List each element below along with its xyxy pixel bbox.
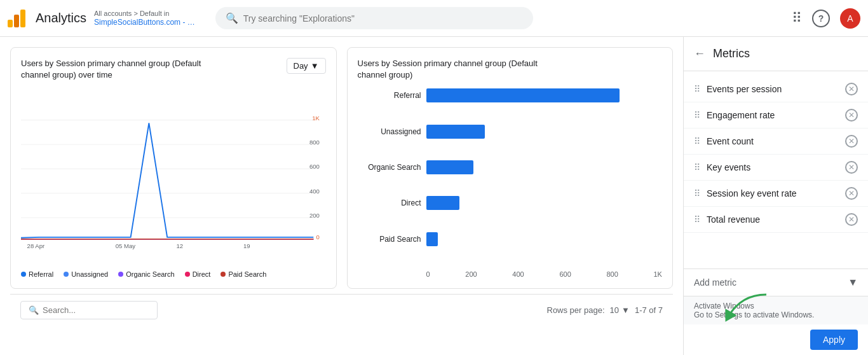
add-metric-label: Add metric	[694, 277, 736, 288]
dropdown-rows-icon: ▼	[621, 305, 630, 315]
legend-dot-direct	[185, 272, 190, 277]
legend-item-referral: Referral	[21, 270, 53, 278]
drag-icon: ⠿	[694, 136, 700, 146]
svg-text:200: 200	[309, 212, 320, 219]
rows-per-page-label: Rows per page:	[547, 305, 605, 315]
metric-item-total-revenue[interactable]: ⠿ Total revenue ✕	[684, 207, 868, 233]
legend-label-direct: Direct	[193, 270, 211, 278]
search-input[interactable]	[243, 13, 523, 24]
green-arrow-svg	[722, 291, 773, 323]
close-button-engagement-rate[interactable]: ✕	[845, 109, 858, 122]
close-button-events-per-session[interactable]: ✕	[845, 83, 858, 95]
close-button-event-count[interactable]: ✕	[845, 135, 858, 148]
right-panel: ← Metrics ⠿ Events per session ✕ ⠿ Engag…	[684, 37, 868, 355]
day-selector-label: Day	[294, 61, 308, 71]
metric-name-key-events: Key events	[707, 162, 750, 172]
metrics-list: ⠿ Events per session ✕ ⠿ Engagement rate…	[684, 71, 868, 268]
legend-item-direct: Direct	[185, 270, 211, 278]
legend-label-unassigned: Unassigned	[71, 270, 108, 278]
add-metric-section: Add metric ▼	[684, 268, 868, 296]
metric-left-key-events: ⠿ Key events	[694, 162, 750, 172]
logo-bar-1	[8, 20, 13, 27]
apply-button[interactable]: Apply	[810, 330, 858, 350]
bar-chart-container: Users by Session primary channel group (…	[347, 47, 674, 289]
svg-text:0: 0	[316, 233, 320, 240]
svg-text:12: 12	[177, 242, 184, 249]
close-button-session-key-event-rate[interactable]: ✕	[845, 187, 858, 200]
metric-item-event-count[interactable]: ⠿ Event count ✕	[684, 129, 868, 155]
bar-chart-area: Referral Unassigned Organic	[358, 88, 663, 278]
bar-label-unassigned: Unassigned	[358, 127, 421, 136]
add-metric-row[interactable]: Add metric ▼	[684, 268, 868, 296]
bar-row-paid-search: Paid Search	[358, 232, 663, 246]
bar-label-referral: Referral	[358, 91, 421, 100]
metric-left-session-key-event-rate: ⠿ Session key event rate	[694, 188, 797, 198]
axis-label-1k: 1K	[654, 270, 662, 278]
dropdown-arrow-icon: ▼	[848, 277, 858, 288]
metrics-title: Metrics	[713, 47, 750, 60]
chevron-down-icon: ▼	[311, 61, 319, 71]
search-icon: 🔍	[226, 12, 238, 24]
metric-item-session-key-event-rate[interactable]: ⠿ Session key event rate ✕	[684, 181, 868, 207]
avatar[interactable]: A	[840, 8, 860, 29]
metric-item-engagement-rate[interactable]: ⠿ Engagement rate ✕	[684, 102, 868, 129]
account-info: All accounts > Default in SimpleSocialBu…	[94, 9, 195, 28]
grid-icon[interactable]: ⠿	[792, 10, 802, 27]
green-arrow-annotation	[722, 291, 773, 325]
legend: Referral Unassigned Organic Search Direc…	[21, 270, 326, 278]
bar-chart-title: Users by Session primary channel group (…	[358, 58, 548, 81]
top-navigation: Analytics All accounts > Default in Simp…	[0, 0, 868, 37]
legend-label-referral: Referral	[29, 270, 53, 278]
bar-axis: 0 200 400 600 800 1K	[358, 270, 663, 278]
rows-select[interactable]: 10 ▼	[610, 305, 630, 315]
bar-track-unassigned	[426, 125, 663, 139]
bar-track-paid-search	[426, 232, 663, 246]
bar-row-referral: Referral	[358, 88, 663, 102]
svg-text:05 May: 05 May	[116, 242, 136, 249]
bar-label-direct: Direct	[358, 198, 421, 207]
bar-fill-paid-search	[426, 232, 438, 246]
close-button-total-revenue[interactable]: ✕	[845, 213, 858, 226]
drag-icon: ⠿	[694, 84, 700, 94]
metric-left-event-count: ⠿ Event count	[694, 136, 754, 146]
svg-text:19: 19	[243, 242, 250, 249]
svg-text:28 Apr: 28 Apr	[27, 242, 46, 249]
bottom-bar: 🔍 Rows per page: 10 ▼ 1-7 of 7	[10, 294, 673, 326]
bar-fill-referral	[426, 88, 620, 102]
bar-fill-unassigned	[426, 125, 485, 139]
rows-per-page: Rows per page: 10 ▼ 1-7 of 7	[547, 305, 663, 315]
metric-name-events-per-session: Events per session	[707, 84, 782, 94]
svg-text:800: 800	[309, 139, 320, 146]
bar-label-paid-search: Paid Search	[358, 235, 421, 244]
app-title: Analytics	[36, 11, 86, 25]
legend-item-paid-search: Paid Search	[220, 270, 266, 278]
metric-item-key-events[interactable]: ⠿ Key events ✕	[684, 155, 868, 181]
legend-label-organic-search: Organic Search	[126, 270, 174, 278]
bar-fill-direct	[426, 196, 459, 210]
legend-item-organic-search: Organic Search	[118, 270, 174, 278]
logo-bar-2	[14, 15, 19, 27]
account-name[interactable]: SimpleSocialButtons.com - …	[94, 18, 195, 28]
axis-label-800: 800	[606, 270, 618, 278]
search-bar[interactable]: 🔍	[215, 7, 533, 29]
svg-text:1K: 1K	[312, 115, 320, 122]
legend-item-unassigned: Unassigned	[64, 270, 108, 278]
metric-item-events-per-session[interactable]: ⠿ Events per session ✕	[684, 76, 868, 102]
table-search[interactable]: 🔍	[20, 301, 158, 319]
day-selector[interactable]: Day ▼	[287, 58, 326, 74]
drag-icon: ⠿	[694, 162, 700, 172]
bar-row-unassigned: Unassigned	[358, 125, 663, 139]
line-chart-area: 1K 800 600 400 200 0	[21, 91, 326, 265]
back-arrow-icon[interactable]: ←	[694, 47, 705, 60]
help-icon[interactable]: ?	[812, 10, 830, 27]
close-button-key-events[interactable]: ✕	[845, 161, 858, 174]
legend-dot-referral	[21, 272, 26, 277]
search-input-bottom[interactable]	[43, 305, 149, 315]
nav-right: ⠿ ? A	[792, 8, 860, 29]
legend-dot-organic-search	[118, 272, 123, 277]
apply-button-container: Apply	[684, 324, 868, 355]
metric-name-event-count: Event count	[707, 136, 754, 146]
drag-icon: ⠿	[694, 214, 700, 225]
activate-windows-line1: Activate Windows	[694, 302, 858, 310]
drag-icon: ⠿	[694, 188, 700, 198]
